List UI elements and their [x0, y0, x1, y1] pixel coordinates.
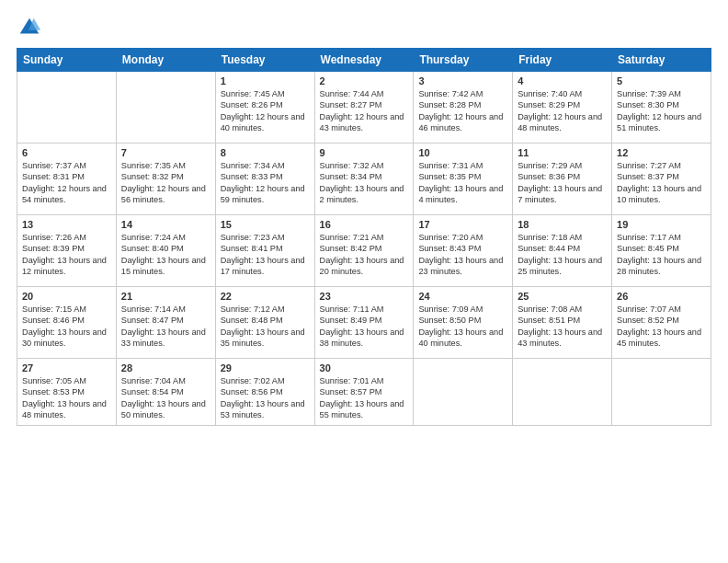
day-number: 27 — [22, 362, 111, 373]
day-cell: 25Sunrise: 7:08 AM Sunset: 8:51 PM Dayli… — [513, 287, 612, 359]
day-info: Sunrise: 7:20 AM Sunset: 8:43 PM Dayligh… — [418, 232, 507, 278]
day-cell: 21Sunrise: 7:14 AM Sunset: 8:47 PM Dayli… — [116, 287, 215, 359]
day-number: 18 — [518, 219, 607, 230]
day-cell: 29Sunrise: 7:02 AM Sunset: 8:56 PM Dayli… — [215, 359, 314, 426]
day-info: Sunrise: 7:04 AM Sunset: 8:54 PM Dayligh… — [121, 375, 210, 421]
day-info: Sunrise: 7:24 AM Sunset: 8:40 PM Dayligh… — [121, 232, 210, 278]
day-cell: 17Sunrise: 7:20 AM Sunset: 8:43 PM Dayli… — [414, 215, 513, 287]
day-cell: 27Sunrise: 7:05 AM Sunset: 8:53 PM Dayli… — [17, 359, 117, 426]
weekday-header-friday: Friday — [513, 49, 612, 72]
day-cell: 20Sunrise: 7:15 AM Sunset: 8:46 PM Dayli… — [17, 287, 117, 359]
day-cell: 8Sunrise: 7:34 AM Sunset: 8:33 PM Daylig… — [215, 144, 314, 215]
day-number: 7 — [121, 147, 210, 158]
day-info: Sunrise: 7:23 AM Sunset: 8:41 PM Dayligh… — [221, 232, 310, 278]
day-number: 1 — [221, 75, 310, 86]
week-row-5: 27Sunrise: 7:05 AM Sunset: 8:53 PM Dayli… — [17, 359, 711, 426]
day-cell: 10Sunrise: 7:31 AM Sunset: 8:35 PM Dayli… — [414, 144, 513, 215]
day-info: Sunrise: 7:05 AM Sunset: 8:53 PM Dayligh… — [22, 375, 111, 421]
day-number: 5 — [617, 75, 706, 86]
day-cell — [116, 72, 215, 144]
day-number: 22 — [221, 291, 310, 302]
day-number: 14 — [121, 219, 210, 230]
day-cell: 12Sunrise: 7:27 AM Sunset: 8:37 PM Dayli… — [612, 144, 711, 215]
day-number: 19 — [617, 219, 706, 230]
day-number: 15 — [221, 219, 310, 230]
day-info: Sunrise: 7:12 AM Sunset: 8:48 PM Dayligh… — [221, 304, 310, 350]
header — [17, 15, 711, 40]
day-number: 16 — [320, 219, 409, 230]
day-cell: 13Sunrise: 7:26 AM Sunset: 8:39 PM Dayli… — [17, 215, 117, 287]
week-row-2: 6Sunrise: 7:37 AM Sunset: 8:31 PM Daylig… — [17, 144, 711, 215]
weekday-header-row: SundayMondayTuesdayWednesdayThursdayFrid… — [17, 49, 711, 72]
day-number: 20 — [22, 291, 111, 302]
weekday-header-thursday: Thursday — [414, 49, 513, 72]
day-cell: 2Sunrise: 7:44 AM Sunset: 8:27 PM Daylig… — [314, 72, 414, 144]
day-cell: 6Sunrise: 7:37 AM Sunset: 8:31 PM Daylig… — [17, 144, 117, 215]
day-cell — [414, 359, 513, 426]
calendar-table: SundayMondayTuesdayWednesdayThursdayFrid… — [17, 48, 711, 426]
logo — [17, 15, 46, 40]
day-number: 17 — [418, 219, 507, 230]
day-number: 2 — [320, 75, 409, 86]
day-info: Sunrise: 7:29 AM Sunset: 8:36 PM Dayligh… — [518, 160, 607, 206]
day-number: 21 — [121, 291, 210, 302]
day-cell: 11Sunrise: 7:29 AM Sunset: 8:36 PM Dayli… — [513, 144, 612, 215]
day-cell: 18Sunrise: 7:18 AM Sunset: 8:44 PM Dayli… — [513, 215, 612, 287]
day-number: 28 — [121, 362, 210, 373]
day-info: Sunrise: 7:44 AM Sunset: 8:27 PM Dayligh… — [320, 88, 409, 134]
day-cell: 23Sunrise: 7:11 AM Sunset: 8:49 PM Dayli… — [314, 287, 414, 359]
day-number: 12 — [617, 147, 706, 158]
day-info: Sunrise: 7:18 AM Sunset: 8:44 PM Dayligh… — [518, 232, 607, 278]
day-info: Sunrise: 7:08 AM Sunset: 8:51 PM Dayligh… — [518, 304, 607, 350]
day-cell: 16Sunrise: 7:21 AM Sunset: 8:42 PM Dayli… — [314, 215, 414, 287]
day-number: 11 — [518, 147, 607, 158]
day-info: Sunrise: 7:42 AM Sunset: 8:28 PM Dayligh… — [418, 88, 507, 134]
day-number: 26 — [617, 291, 706, 302]
day-cell: 1Sunrise: 7:45 AM Sunset: 8:26 PM Daylig… — [215, 72, 314, 144]
day-info: Sunrise: 7:32 AM Sunset: 8:34 PM Dayligh… — [320, 160, 409, 206]
day-cell: 26Sunrise: 7:07 AM Sunset: 8:52 PM Dayli… — [612, 287, 711, 359]
day-info: Sunrise: 7:37 AM Sunset: 8:31 PM Dayligh… — [22, 160, 111, 206]
day-info: Sunrise: 7:34 AM Sunset: 8:33 PM Dayligh… — [221, 160, 310, 206]
day-cell: 4Sunrise: 7:40 AM Sunset: 8:29 PM Daylig… — [513, 72, 612, 144]
week-row-1: 1Sunrise: 7:45 AM Sunset: 8:26 PM Daylig… — [17, 72, 711, 144]
day-number: 9 — [320, 147, 409, 158]
week-row-3: 13Sunrise: 7:26 AM Sunset: 8:39 PM Dayli… — [17, 215, 711, 287]
page: SundayMondayTuesdayWednesdayThursdayFrid… — [0, 0, 728, 563]
day-number: 29 — [221, 362, 310, 373]
day-info: Sunrise: 7:14 AM Sunset: 8:47 PM Dayligh… — [121, 304, 210, 350]
day-cell: 30Sunrise: 7:01 AM Sunset: 8:57 PM Dayli… — [314, 359, 414, 426]
day-cell: 22Sunrise: 7:12 AM Sunset: 8:48 PM Dayli… — [215, 287, 314, 359]
weekday-header-sunday: Sunday — [17, 49, 117, 72]
day-cell: 7Sunrise: 7:35 AM Sunset: 8:32 PM Daylig… — [116, 144, 215, 215]
day-info: Sunrise: 7:31 AM Sunset: 8:35 PM Dayligh… — [418, 160, 507, 206]
day-cell: 19Sunrise: 7:17 AM Sunset: 8:45 PM Dayli… — [612, 215, 711, 287]
weekday-header-tuesday: Tuesday — [215, 49, 314, 72]
day-cell: 3Sunrise: 7:42 AM Sunset: 8:28 PM Daylig… — [414, 72, 513, 144]
weekday-header-saturday: Saturday — [612, 49, 711, 72]
day-info: Sunrise: 7:11 AM Sunset: 8:49 PM Dayligh… — [320, 304, 409, 350]
day-cell: 9Sunrise: 7:32 AM Sunset: 8:34 PM Daylig… — [314, 144, 414, 215]
day-cell: 15Sunrise: 7:23 AM Sunset: 8:41 PM Dayli… — [215, 215, 314, 287]
day-cell — [513, 359, 612, 426]
day-cell: 24Sunrise: 7:09 AM Sunset: 8:50 PM Dayli… — [414, 287, 513, 359]
day-number: 4 — [518, 75, 607, 86]
day-info: Sunrise: 7:15 AM Sunset: 8:46 PM Dayligh… — [22, 304, 111, 350]
day-info: Sunrise: 7:39 AM Sunset: 8:30 PM Dayligh… — [617, 88, 706, 134]
day-number: 24 — [418, 291, 507, 302]
day-number: 23 — [320, 291, 409, 302]
day-number: 30 — [320, 362, 409, 373]
weekday-header-wednesday: Wednesday — [314, 49, 414, 72]
day-info: Sunrise: 7:27 AM Sunset: 8:37 PM Dayligh… — [617, 160, 706, 206]
day-info: Sunrise: 7:09 AM Sunset: 8:50 PM Dayligh… — [418, 304, 507, 350]
day-info: Sunrise: 7:40 AM Sunset: 8:29 PM Dayligh… — [518, 88, 607, 134]
day-cell: 28Sunrise: 7:04 AM Sunset: 8:54 PM Dayli… — [116, 359, 215, 426]
weekday-header-monday: Monday — [116, 49, 215, 72]
day-cell — [612, 359, 711, 426]
day-info: Sunrise: 7:45 AM Sunset: 8:26 PM Dayligh… — [221, 88, 310, 134]
day-number: 6 — [22, 147, 111, 158]
week-row-4: 20Sunrise: 7:15 AM Sunset: 8:46 PM Dayli… — [17, 287, 711, 359]
day-info: Sunrise: 7:21 AM Sunset: 8:42 PM Dayligh… — [320, 232, 409, 278]
day-cell — [17, 72, 117, 144]
day-info: Sunrise: 7:26 AM Sunset: 8:39 PM Dayligh… — [22, 232, 111, 278]
